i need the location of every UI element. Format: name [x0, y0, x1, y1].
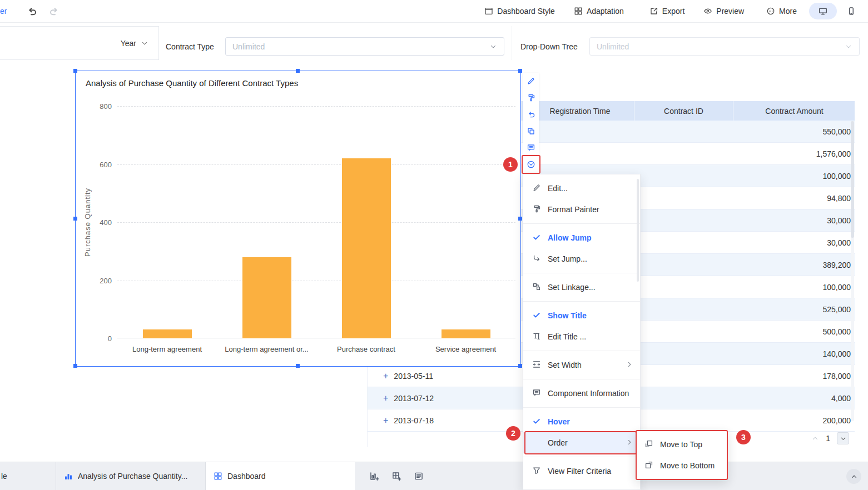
column-header[interactable]: Contract Amount	[733, 101, 855, 121]
scrollbar-thumb[interactable]	[851, 121, 854, 238]
gridline	[117, 164, 515, 165]
contract-amount: 1,576,000	[733, 143, 855, 164]
menu-item-set-width[interactable]: Set Width	[523, 354, 640, 376]
page-down-button[interactable]	[837, 432, 849, 444]
bar-2[interactable]	[242, 257, 291, 338]
top-toolbar: er Dashboard Style Adaptation Export Pre…	[0, 0, 868, 23]
bar-4[interactable]	[442, 329, 490, 338]
selection-handle[interactable]	[518, 364, 522, 368]
date-cell: +2013-05-11	[368, 365, 526, 387]
phone-icon	[847, 7, 856, 16]
adaptation-button[interactable]: Adaptation	[574, 7, 624, 16]
page-up-icon[interactable]	[811, 434, 819, 442]
selection-handle[interactable]	[73, 69, 77, 73]
x-category-label: Service agreement	[435, 345, 496, 353]
submenu-item-move-to-top[interactable]: Move to Top	[637, 434, 727, 455]
pc-view-button[interactable]	[809, 3, 837, 19]
pencil-icon	[527, 77, 535, 86]
selection-handle[interactable]	[73, 364, 77, 368]
menu-item-edit-title[interactable]: Edit Title ...	[523, 326, 640, 347]
menu-item-show-title[interactable]: Show Title	[523, 305, 640, 326]
contract-amount: 4,000	[733, 387, 855, 409]
submenu-item-move-to-bottom[interactable]: Move to Bottom	[637, 455, 727, 476]
more-label: More	[779, 7, 797, 16]
clipped-menu-text[interactable]: er	[0, 0, 7, 22]
revert-button[interactable]	[523, 106, 539, 123]
dashboard-grid-icon	[214, 472, 222, 481]
registration-date: 2013-07-12	[394, 394, 434, 403]
bar-1[interactable]	[143, 329, 192, 338]
empty-cell	[634, 187, 733, 209]
contract-amount: 550,000	[733, 121, 855, 142]
year-label: Year	[121, 39, 136, 48]
menu-item-label: View Filter Criteria	[548, 467, 611, 476]
selection-handle[interactable]	[518, 217, 522, 221]
export-icon	[649, 7, 658, 16]
add-dashboard-icon[interactable]	[391, 471, 401, 481]
more-operations-button[interactable]	[523, 156, 539, 173]
selection-handle[interactable]	[73, 217, 77, 221]
add-chart-icon[interactable]	[369, 471, 379, 481]
menu-item-label: Edit...	[548, 184, 568, 193]
tab-analysis-of-purchase-quantity[interactable]: Analysis of Purchase Quantity...	[56, 462, 206, 490]
format-painter-button[interactable]	[523, 89, 539, 106]
empty-cell	[634, 276, 733, 298]
chevron-right-icon	[626, 438, 633, 448]
more-button[interactable]: More	[766, 7, 797, 16]
copy-button[interactable]	[523, 123, 539, 139]
empty-cell	[634, 321, 733, 342]
menu-item-label: Order	[548, 438, 568, 447]
menu-item-format-painter[interactable]: Format Painter	[523, 199, 640, 220]
chart-component[interactable]: Analysis of Purchase Quantity of Differe…	[75, 71, 521, 367]
year-filter[interactable]: Year	[0, 26, 159, 60]
contract-type-select[interactable]: Unlimited	[225, 37, 504, 56]
redo-icon[interactable]	[49, 6, 60, 17]
bar-3[interactable]	[342, 158, 391, 338]
y-tick-label: 200	[100, 276, 112, 284]
expand-icon[interactable]: +	[383, 416, 388, 425]
menu-item-set-linkage[interactable]: Set Linkage...	[523, 277, 640, 298]
collapse-button[interactable]	[846, 469, 861, 484]
menu-separator	[523, 457, 640, 457]
menu-separator	[523, 301, 640, 302]
check-icon	[532, 311, 542, 321]
empty-cell	[634, 298, 733, 320]
drop-down-tree-select[interactable]: Unlimited	[589, 37, 860, 56]
table-scrollbar[interactable]	[851, 121, 854, 421]
expand-icon[interactable]: +	[383, 372, 388, 381]
tab-dashboard[interactable]: Dashboard	[206, 462, 355, 490]
move-top-icon	[644, 439, 654, 450]
menu-item-label: Set Width	[548, 361, 582, 369]
column-header[interactable]: Contract ID	[634, 101, 733, 121]
preview-button[interactable]: Preview	[703, 7, 744, 16]
menu-item-hover[interactable]: Hover	[523, 411, 640, 432]
menu-item-allow-jump[interactable]: Allow Jump	[523, 227, 640, 248]
component-list-icon[interactable]	[414, 471, 424, 481]
mobile-view-button[interactable]	[841, 3, 861, 19]
selection-handle[interactable]	[296, 69, 300, 73]
column-header[interactable]: Registration Time	[526, 101, 634, 121]
component-information-button[interactable]	[523, 139, 539, 156]
menu-item-component-information[interactable]: Component Information	[523, 383, 640, 404]
empty-cell	[526, 143, 634, 164]
menu-item-label: Hover	[548, 417, 570, 426]
menu-item-label: Component Information	[548, 389, 629, 398]
edit-button[interactable]	[523, 73, 539, 89]
chart-title: Analysis of Purchase Quantity of Differe…	[86, 78, 298, 88]
menu-separator	[523, 223, 640, 224]
menu-item-label: Show Title	[548, 311, 587, 320]
dashboard-style-button[interactable]: Dashboard Style	[484, 7, 555, 16]
menu-item-set-jump[interactable]: Set Jump...	[523, 248, 640, 269]
selection-handle[interactable]	[518, 69, 522, 73]
menu-item-edit[interactable]: Edit...	[523, 178, 640, 199]
menu-item-label: Format Painter	[548, 205, 599, 214]
menu-item-order[interactable]: Order	[523, 432, 640, 453]
contract-amount: 30,000	[733, 232, 855, 253]
expand-icon[interactable]: +	[383, 394, 388, 403]
selection-handle[interactable]	[296, 364, 300, 368]
chevron-down-icon	[141, 39, 148, 47]
undo-icon[interactable]	[26, 6, 37, 17]
clipped-tab-text[interactable]: le	[1, 462, 7, 490]
export-button[interactable]: Export	[649, 7, 685, 16]
menu-item-view-filter-criteria[interactable]: View Filter Criteria	[523, 461, 640, 482]
